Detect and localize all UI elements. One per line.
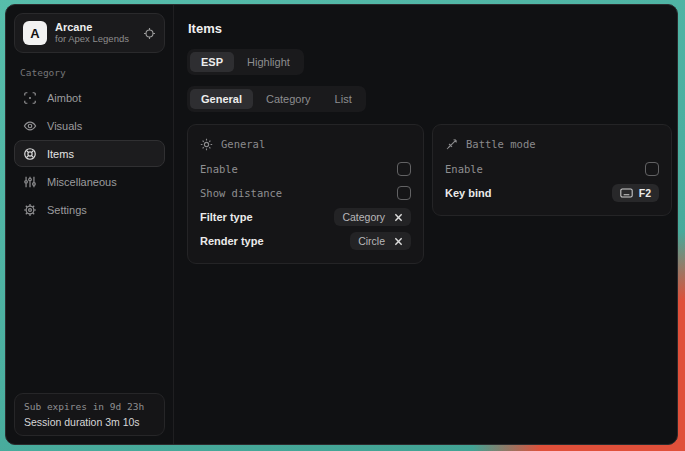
setting-label: Enable: [445, 163, 483, 175]
sidebar-item-label: Aimbot: [47, 92, 81, 104]
sidebar-item-miscellaneous[interactable]: Miscellaneous: [14, 168, 165, 195]
setting-label: Render type: [200, 235, 264, 247]
view-tabs: General Category List: [187, 86, 366, 112]
key-bind-button[interactable]: F2: [612, 184, 659, 202]
profile-text: Arcane for Apex Legends: [55, 21, 129, 45]
setting-label: Show distance: [200, 187, 282, 199]
sub-expires-text: Sub expires in 9d 23h: [24, 401, 155, 412]
sun-icon: [200, 138, 213, 151]
crosshair-scan-icon: [23, 91, 37, 105]
setting-row-filter-type: Filter type Category: [200, 205, 411, 229]
category-label: Category: [20, 67, 159, 78]
app-logo: A: [23, 21, 47, 45]
panel-title: General: [221, 138, 265, 150]
setting-label: Key bind: [445, 187, 491, 199]
loot-icon: [23, 147, 37, 161]
setting-row-render-type: Render type Circle: [200, 229, 411, 253]
select-value: Category: [342, 211, 385, 223]
setting-row-enable: Enable: [445, 157, 659, 181]
tab-category[interactable]: Category: [255, 89, 322, 109]
app-subtitle: for Apex Legends: [55, 34, 129, 45]
main-content: Items ESP Highlight General Category Lis…: [174, 5, 678, 444]
general-panel-header: General: [200, 134, 411, 154]
sidebar-item-label: Items: [47, 148, 74, 160]
sidebar-item-aimbot[interactable]: Aimbot: [14, 84, 165, 111]
tab-list[interactable]: List: [324, 89, 363, 109]
keyboard-icon: [620, 188, 633, 198]
sliders-icon: [23, 175, 37, 189]
battle-mode-panel: Battle mode Enable Key bind: [432, 124, 672, 216]
tab-highlight[interactable]: Highlight: [236, 52, 301, 72]
panel-title: Battle mode: [466, 138, 536, 150]
eye-icon: [23, 119, 37, 133]
tab-general[interactable]: General: [190, 89, 253, 109]
sidebar-item-settings[interactable]: Settings: [14, 196, 165, 223]
show-distance-checkbox[interactable]: [397, 186, 411, 200]
sidebar-item-label: Miscellaneous: [47, 176, 117, 188]
sidebar-item-label: Settings: [47, 204, 87, 216]
sword-icon: [445, 138, 458, 151]
sidebar: A Arcane for Apex Legends Category: [6, 5, 174, 444]
setting-label: Filter type: [200, 211, 253, 223]
profile-card: A Arcane for Apex Legends: [14, 13, 165, 53]
sidebar-spacer: [14, 223, 165, 393]
clear-icon[interactable]: [394, 213, 403, 222]
subscription-card: Sub expires in 9d 23h Session duration 3…: [14, 393, 165, 436]
setting-row-enable: Enable: [200, 157, 411, 181]
render-type-select[interactable]: Circle: [350, 232, 411, 250]
sidebar-item-items[interactable]: Items: [14, 140, 165, 167]
sidebar-item-label: Visuals: [47, 120, 82, 132]
battle-enable-checkbox[interactable]: [645, 162, 659, 176]
panels-row: General Enable Show distance Filter type…: [187, 124, 672, 264]
mode-tabs: ESP Highlight: [187, 49, 304, 75]
gear-icon: [23, 203, 37, 217]
tab-esp[interactable]: ESP: [190, 52, 234, 72]
clear-icon[interactable]: [394, 237, 403, 246]
session-duration-text: Session duration 3m 10s: [24, 416, 155, 428]
sidebar-item-visuals[interactable]: Visuals: [14, 112, 165, 139]
game-background: A Arcane for Apex Legends Category: [0, 0, 685, 451]
enable-checkbox[interactable]: [397, 162, 411, 176]
page-title: Items: [188, 21, 672, 36]
select-value: Circle: [358, 235, 385, 247]
setting-label: Enable: [200, 163, 238, 175]
cheat-menu-window: A Arcane for Apex Legends Category: [5, 4, 678, 445]
filter-type-select[interactable]: Category: [334, 208, 411, 226]
crosshair-target-icon[interactable]: [143, 27, 156, 40]
general-panel: General Enable Show distance Filter type…: [187, 124, 424, 264]
sidebar-nav: Aimbot Visuals: [14, 84, 165, 223]
battle-mode-panel-header: Battle mode: [445, 134, 659, 154]
setting-row-key-bind: Key bind F2: [445, 181, 659, 205]
key-bind-value: F2: [639, 187, 651, 199]
app-name: Arcane: [55, 21, 129, 34]
setting-row-show-distance: Show distance: [200, 181, 411, 205]
